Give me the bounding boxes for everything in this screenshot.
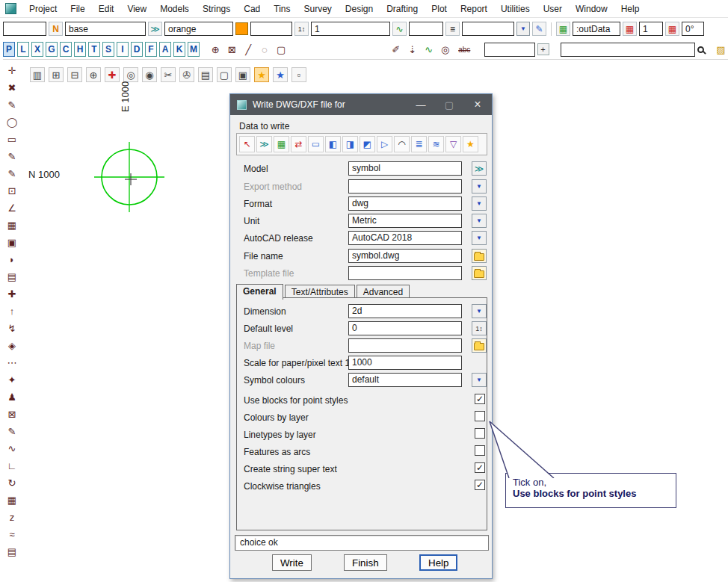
polygon-icon[interactable]: ▷: [377, 136, 392, 152]
menu-cad[interactable]: Cad: [237, 1, 267, 17]
colour-input[interactable]: orange: [164, 22, 233, 36]
maximize-button[interactable]: ▢: [435, 94, 463, 115]
more-icon[interactable]: ⋯: [4, 358, 19, 368]
file-name-browse-button[interactable]: [472, 249, 487, 263]
zoom-extents-icon[interactable]: ◎: [123, 67, 138, 82]
select-arrow-icon[interactable]: ↖: [239, 136, 255, 152]
template-file-input[interactable]: [348, 266, 462, 280]
boxed-x-icon[interactable]: ⊠: [4, 409, 19, 420]
corner-icon[interactable]: ∟: [4, 461, 19, 471]
hatch-icon[interactable]: ▤: [4, 272, 19, 282]
dimension-dropdown-button[interactable]: ▼: [472, 304, 487, 318]
snap-lines-icon[interactable]: ╱: [241, 44, 256, 55]
file-name-input[interactable]: symbol.dwg: [348, 249, 462, 263]
menu-window[interactable]: Window: [569, 1, 614, 17]
weight-icon[interactable]: ∿: [392, 22, 407, 36]
favourites-star-icon[interactable]: ★: [254, 67, 269, 82]
weight-input[interactable]: [409, 22, 443, 36]
write-button[interactable]: Write: [272, 554, 312, 571]
menu-models[interactable]: Models: [153, 1, 196, 17]
chooser-icon[interactable]: ≫: [148, 22, 162, 36]
angle-input[interactable]: 0°: [682, 22, 704, 36]
symbol-colours-input[interactable]: default: [348, 373, 462, 387]
pages-icon[interactable]: ▣: [235, 67, 250, 82]
menu-design[interactable]: Design: [339, 1, 380, 17]
half-disc-icon[interactable]: ◗: [4, 255, 19, 265]
rectangle-icon[interactable]: ▭: [4, 134, 19, 145]
cad-letter-t[interactable]: T: [88, 42, 100, 57]
autocad-release-input[interactable]: AutoCAD 2018: [348, 231, 462, 245]
model-chooser-button[interactable]: ≫: [472, 161, 487, 176]
grid1-icon[interactable]: ▦: [556, 22, 570, 36]
style-icon[interactable]: ≡: [445, 22, 460, 36]
menu-plot[interactable]: Plot: [425, 1, 454, 17]
red-pencil-icon[interactable]: ✎: [4, 169, 19, 179]
menu-project[interactable]: Project: [22, 1, 64, 17]
wrench-icon[interactable]: ✦: [4, 375, 19, 386]
draw-icon[interactable]: ✐: [389, 44, 403, 55]
template-file-browse-button[interactable]: [472, 266, 487, 280]
tab-text-attributes[interactable]: Text/Attributes: [285, 285, 355, 298]
map-file-browse-button[interactable]: [472, 338, 487, 353]
outdata-input[interactable]: :outData: [573, 22, 620, 36]
name-icon[interactable]: N: [49, 22, 63, 36]
favourites-icon[interactable]: ★: [463, 136, 478, 152]
count-input[interactable]: 1: [639, 22, 663, 36]
circle-icon[interactable]: ◯: [4, 117, 19, 128]
pencil-icon[interactable]: ✎: [4, 100, 19, 111]
page-icon[interactable]: ▢: [217, 67, 232, 82]
minimize-button[interactable]: —: [407, 94, 435, 115]
target-icon[interactable]: ◎: [438, 44, 452, 55]
redraw-icon[interactable]: ⇄: [291, 136, 306, 152]
print-icon[interactable]: ▤: [198, 67, 213, 82]
menu-help[interactable]: Help: [614, 1, 647, 17]
function-input[interactable]: base: [65, 22, 146, 36]
people-icon[interactable]: ♟: [4, 392, 19, 403]
image-icon[interactable]: ▦: [274, 136, 289, 152]
cad-letter-g[interactable]: G: [46, 42, 58, 57]
default-level-chooser-button[interactable]: 1↕: [472, 321, 487, 335]
export-method-dropdown-button[interactable]: ▼: [472, 179, 487, 194]
cad-letter-p[interactable]: P: [3, 42, 15, 57]
unit-dropdown-button[interactable]: ▼: [472, 214, 487, 228]
layers-icon[interactable]: ≋: [428, 136, 444, 152]
tab-advanced[interactable]: Advanced: [357, 285, 410, 298]
rotate-icon[interactable]: ↻: [4, 478, 19, 489]
level-icon[interactable]: 1↕: [294, 22, 309, 36]
grid-icon[interactable]: ▦: [4, 220, 19, 231]
cad-letter-l[interactable]: L: [17, 42, 29, 57]
snap-boxes-icon[interactable]: ▢: [274, 44, 289, 55]
format-dropdown-button[interactable]: ▼: [472, 196, 487, 211]
use-blocks-for-point-styles-checkbox[interactable]: ✓: [475, 394, 485, 404]
clipped-icon[interactable]: ▨: [714, 44, 728, 55]
cad-letter-s[interactable]: S: [102, 42, 114, 57]
menu-file[interactable]: File: [64, 1, 91, 17]
export-method-input[interactable]: [348, 179, 462, 194]
filter-icon[interactable]: ▽: [445, 136, 461, 152]
level-input[interactable]: 1: [311, 22, 390, 36]
wave-icon[interactable]: ∿: [422, 44, 436, 55]
raise-icon[interactable]: ↑: [4, 306, 19, 317]
cad-letter-x[interactable]: X: [31, 42, 43, 57]
cad-letter-c[interactable]: C: [60, 42, 72, 57]
z-value-icon[interactable]: z: [4, 513, 19, 523]
default-level-input[interactable]: 0: [348, 321, 462, 335]
close-button[interactable]: ×: [463, 94, 492, 115]
cad-letter-h[interactable]: H: [74, 42, 86, 57]
cad-letter-a[interactable]: A: [159, 42, 171, 57]
finish-button[interactable]: Finish: [344, 554, 387, 571]
snap-points-icon[interactable]: ⊕: [209, 44, 223, 55]
plus-button[interactable]: +: [537, 43, 549, 55]
cad-text-input[interactable]: [3, 22, 46, 36]
symbol-colours-dropdown-button[interactable]: ▼: [472, 373, 487, 387]
zoom-out-icon[interactable]: ⊟: [67, 67, 82, 82]
colour-swatch[interactable]: [235, 22, 248, 35]
shared-star-icon[interactable]: ★: [273, 67, 288, 82]
boxed-grid-icon[interactable]: ▣: [4, 238, 19, 248]
menu-utilities[interactable]: Utilities: [494, 1, 537, 17]
abc-icon[interactable]: abc: [454, 46, 474, 54]
cad-letter-m[interactable]: M: [188, 42, 200, 57]
small-window-icon[interactable]: ▫: [291, 67, 306, 82]
menu-tins[interactable]: Tins: [267, 1, 297, 17]
menu-view[interactable]: View: [120, 1, 153, 17]
